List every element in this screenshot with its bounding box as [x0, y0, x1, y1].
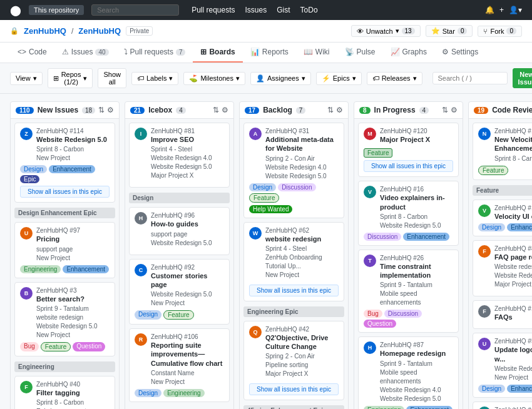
milestones-button[interactable]: ⛳ Milestones ▾: [183, 72, 245, 85]
card[interactable]: T ZenHubHQ #26 Time constraint implement…: [358, 250, 459, 333]
issues-link[interactable]: Issues: [245, 6, 267, 14]
divider: 45mins Enhancement Epic: [243, 405, 344, 409]
gist-link[interactable]: Gist: [277, 6, 290, 14]
card-meta: Spring 2 - Con AirWebsite Redesign 4.0We…: [265, 154, 339, 181]
settings-icon[interactable]: ⚙: [107, 106, 114, 114]
tab-reports[interactable]: 📊 Reports: [243, 43, 296, 63]
fork-button[interactable]: ⑂ Fork 0: [478, 26, 522, 37]
col-title: Icebox: [148, 106, 172, 114]
avatar: C: [135, 264, 147, 276]
card-info: ZenHubHQ #40 Filter tagging Sprint 8 - C…: [36, 381, 110, 409]
card[interactable]: H ZenHubHQ #96 How-to guides support pag…: [129, 207, 230, 255]
tab-issues[interactable]: ⚠ Issues 40: [54, 43, 116, 63]
card[interactable]: W ZenHubHQ #62 website redesign Sprint 4…: [243, 222, 344, 301]
sort-icon[interactable]: ⇅: [442, 106, 448, 114]
card-info: ZenHubHQ #120 Major Project X: [380, 128, 453, 144]
card-info: ZenHubHQ #108 FAQs: [494, 305, 532, 321]
card[interactable]: F ZenHubHQ #40 Filter tagging Sprint 8 -…: [14, 376, 115, 409]
card-meta: Sprint 8 - CarbonWebsite Redesign 5.0: [380, 213, 453, 230]
column-new-issues: 110 New Issues 18 ⇅ ⚙ Z ZenHubHQ #114 We…: [10, 101, 120, 409]
card[interactable]: F ZenHubHQ #108 FAQs: [473, 300, 532, 329]
repo-link[interactable]: ZenHubHQ: [78, 26, 121, 36]
card-labels: DesignEngineering: [135, 389, 224, 397]
card[interactable]: N ZenHubHQ #15 New Velocity Chart Enhanc…: [473, 123, 532, 180]
label: Feature: [249, 193, 279, 203]
card-meta: Website Redesign 5.0New Project: [151, 290, 224, 308]
card[interactable]: L ZenHubHQ #107 Logo Update: [473, 401, 532, 409]
card-info: ZenHubHQ #106 Reporting suite improvemen…: [151, 333, 224, 386]
repos-button[interactable]: ⊞ Repos (1/2) ▾: [48, 68, 93, 88]
card[interactable]: A ZenHubHQ #31 Additional meta-data for …: [243, 123, 344, 218]
show-all-button[interactable]: Show all: [98, 68, 126, 88]
card[interactable]: V ZenHubHQ #16 Video explainers in-produ…: [358, 181, 459, 246]
assignees-button[interactable]: 👤 Assignees ▾: [250, 72, 311, 85]
new-issue-button[interactable]: New Issue +: [513, 68, 532, 88]
show-all-btn[interactable]: Show all issues in this epic: [249, 285, 339, 296]
card[interactable]: Q ZenHubHQ #42 Q2'Objective, Drive Cultu…: [243, 321, 344, 401]
label: Feature: [41, 342, 71, 351]
view-button[interactable]: View ▾: [10, 72, 43, 85]
card-labels: Feature: [478, 166, 532, 175]
card-meta: Sprint 9 - TantalumMobile speed enhancem…: [380, 281, 453, 307]
sort-icon[interactable]: ⇅: [98, 106, 105, 114]
card-meta: Sprint 8 - CarbonNew Project: [36, 145, 110, 163]
card-labels: BugFeatureQuestion: [20, 342, 110, 351]
tab-pull-requests[interactable]: ⤵ Pull requests 7: [116, 43, 193, 63]
tab-settings[interactable]: ⚙ Settings: [434, 43, 486, 63]
column-in-progress: 8 In Progress 4 ⇅ ⚙ M ZenHubHQ #120 Majo…: [354, 101, 463, 409]
avatar: F: [478, 245, 491, 258]
settings-icon[interactable]: ⚙: [451, 106, 458, 114]
todo-link[interactable]: ToDo: [300, 6, 318, 14]
watch-button[interactable]: 👁 Unwatch ▾ 13: [351, 25, 421, 37]
label: Discussion: [364, 233, 401, 241]
global-search-input[interactable]: [91, 4, 179, 16]
card[interactable]: U ZenHubHQ #97 Pricing support pageNew P…: [14, 222, 115, 278]
show-all-btn[interactable]: Show all issues in this epic: [249, 383, 339, 395]
labels-button[interactable]: 🏷 Labels ▾: [131, 72, 178, 85]
epics-button[interactable]: ⚡ Epics ▾: [316, 72, 362, 85]
tab-boards[interactable]: ⊞ Boards: [193, 43, 242, 63]
user-avatar[interactable]: 👤▾: [509, 6, 522, 14]
star-button[interactable]: ⭐ Star 0: [426, 25, 473, 37]
show-all-btn[interactable]: Show all issues in this epic: [364, 160, 453, 172]
card-info: ZenHubHQ #97 Pricing support pageNew Pro…: [36, 227, 110, 262]
label: Question: [73, 342, 105, 351]
card-header: L ZenHubHQ #107 Logo Update: [478, 406, 532, 409]
tab-pulse[interactable]: 📡 Pulse: [337, 43, 383, 63]
card[interactable]: Z ZenHubHQ #114 Website Redesign 5.0 Spr…: [14, 123, 115, 203]
tab-wiki[interactable]: 📖 Wiki: [296, 43, 337, 63]
sort-icon[interactable]: ⇅: [327, 106, 334, 114]
card[interactable]: H ZenHubHQ #87 Homepage redesign Sprint …: [358, 336, 459, 409]
avatar: T: [364, 255, 376, 267]
pull-requests-link[interactable]: Pull requests: [192, 6, 235, 14]
card[interactable]: C ZenHubHQ #92 Customer stories page Web…: [129, 259, 230, 325]
col-actions: ⇅ ⚙: [213, 106, 228, 114]
card-repo: ZenHubHQ #111: [494, 204, 532, 211]
card[interactable]: M ZenHubHQ #120 Major Project X Feature …: [358, 123, 459, 177]
sort-icon[interactable]: ⇅: [213, 106, 219, 114]
card-title: Reporting suite improvements— Cumulative…: [151, 341, 224, 368]
org-link[interactable]: ZenHubHQ: [24, 26, 66, 36]
card[interactable]: V ZenHubHQ #111 Velocity UI enhanc... De…: [473, 199, 532, 236]
card[interactable]: B ZenHubHQ #3 Better search? Sprint 9 - …: [14, 282, 115, 356]
card[interactable]: I ZenHubHQ #81 Improve SEO Sprint 4 - St…: [129, 123, 230, 188]
card-title: New Velocity Chart Enhancements: [494, 135, 532, 153]
feature-badge: Feature: [364, 148, 392, 158]
card-header: W ZenHubHQ #62 website redesign Sprint 4…: [249, 227, 339, 280]
card[interactable]: R ZenHubHQ #106 Reporting suite improvem…: [129, 328, 230, 402]
settings-icon[interactable]: ⚙: [336, 106, 343, 114]
card[interactable]: U ZenHubHQ #58 Update logo on the w... W…: [473, 333, 532, 398]
show-all-btn[interactable]: Show all issues in this epic: [20, 186, 110, 198]
bell-icon[interactable]: 🔔: [485, 6, 494, 14]
releases-button[interactable]: 🏷 Releases ▾: [367, 72, 422, 85]
settings-icon[interactable]: ⚙: [222, 106, 228, 114]
tab-graphs[interactable]: 📈 Graphs: [383, 43, 434, 63]
board-search-input[interactable]: [432, 72, 508, 84]
label: Enhancement: [63, 265, 109, 273]
plus-icon[interactable]: +: [499, 6, 504, 14]
avatar: W: [249, 227, 262, 240]
card-info: ZenHubHQ #96 How-to guides support pageW…: [151, 212, 224, 247]
help-wanted-label: Help Wanted: [249, 205, 292, 213]
card[interactable]: F ZenHubHQ #85 FAQ page redesign Website…: [473, 240, 532, 296]
tab-code[interactable]: <> Code: [10, 43, 54, 63]
